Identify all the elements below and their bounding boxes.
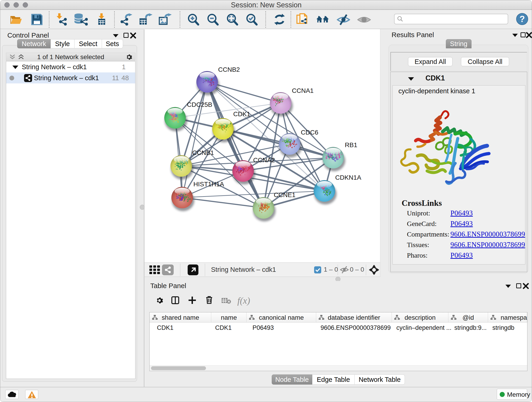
svg-text:RB1: RB1 xyxy=(345,141,357,148)
svg-text:CDK1: CDK1 xyxy=(233,110,250,118)
svg-text:CDKN1A: CDKN1A xyxy=(335,174,361,181)
svg-text:CCNB1: CCNB1 xyxy=(192,149,214,156)
svg-text:HIST1H1A: HIST1H1A xyxy=(193,181,224,188)
svg-text:CCNA2: CCNA2 xyxy=(253,157,275,164)
svg-text:CDC6: CDC6 xyxy=(301,129,318,136)
svg-text:CCNB2: CCNB2 xyxy=(218,66,240,73)
svg-text:CCNA1: CCNA1 xyxy=(292,87,314,94)
svg-text:CDC25B: CDC25B xyxy=(187,101,212,108)
svg-text:CCNE1: CCNE1 xyxy=(274,191,296,198)
